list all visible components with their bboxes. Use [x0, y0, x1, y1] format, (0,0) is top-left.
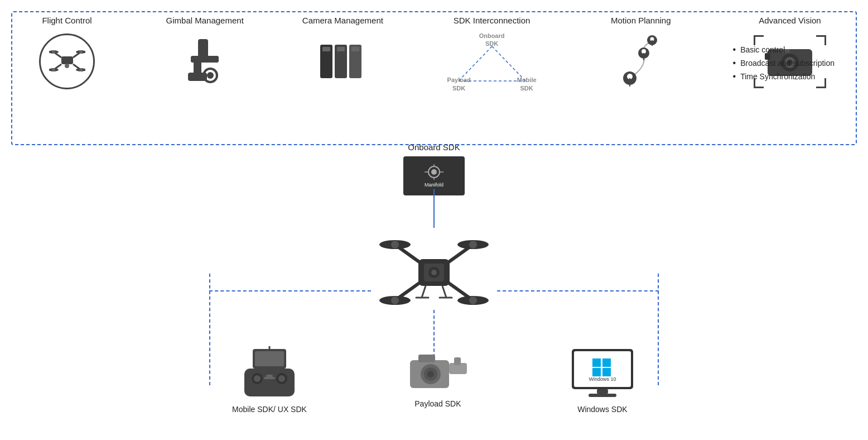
- bracket-tl: [754, 35, 764, 45]
- advanced-vision-label: Advanced Vision: [759, 16, 821, 25]
- svg-point-58: [469, 296, 477, 304]
- svg-rect-74: [264, 377, 275, 379]
- svg-rect-87: [602, 358, 611, 367]
- sdk-payload-label: PayloadSDK: [447, 76, 471, 92]
- svg-point-80: [427, 371, 434, 377]
- h-dashed-left: [209, 290, 371, 291]
- svg-point-42: [431, 169, 437, 175]
- svg-point-62: [431, 270, 437, 275]
- svg-text:Windows 10: Windows 10: [589, 376, 616, 382]
- svg-line-63: [422, 286, 426, 298]
- main-drone: [378, 221, 490, 324]
- drone-svg: [49, 46, 85, 77]
- svg-rect-92: [589, 394, 616, 397]
- windows-sdk-group: Windows 10 Windows SDK: [569, 346, 636, 414]
- svg-rect-91: [597, 389, 608, 394]
- flight-control-label: Flight Control: [42, 16, 91, 25]
- manifold-icon: [425, 164, 444, 180]
- camera-icon-area: [315, 31, 370, 92]
- svg-rect-23: [322, 47, 330, 51]
- onboard-sdk-label: Onboard SDK: [408, 142, 460, 152]
- sdk-mobile-label: MobileSDK: [517, 76, 537, 92]
- svg-point-56: [391, 296, 399, 304]
- h-dashed-right: [497, 290, 659, 291]
- payload-sdk-group: Payload SDK: [407, 346, 469, 408]
- camera-mgmt-svg: [315, 39, 370, 84]
- sdk-triangle-area: OnboardSDK PayloadSDK MobileSDK: [447, 31, 537, 92]
- bullet-time-sync: Time Synchronization: [733, 71, 835, 82]
- svg-point-10: [79, 50, 83, 54]
- main-container: Flight Control: [0, 0, 868, 440]
- svg-point-9: [52, 50, 55, 54]
- flight-control-group: Flight Control: [22, 16, 112, 92]
- sdk-interconnection-group: SDK Interconnection OnboardSDK PayloadSD…: [436, 16, 548, 92]
- svg-rect-14: [198, 39, 208, 59]
- motion-planning-icon-area: [613, 31, 669, 92]
- svg-point-54: [469, 241, 477, 248]
- bottom-icons-row: Mobile SDK/ UX SDK Payload SDK: [0, 346, 868, 414]
- sdk-top-label: OnboardSDK: [479, 32, 505, 48]
- gimbal-management-label: Gimbal Management: [166, 16, 244, 25]
- bullet-broadcast: Broadcast and subscription: [733, 58, 835, 68]
- svg-rect-83: [454, 357, 461, 365]
- flight-control-icon-area: [39, 31, 95, 92]
- svg-point-13: [65, 64, 69, 68]
- payload-sdk-label: Payload SDK: [414, 399, 461, 408]
- sdk-triangle: OnboardSDK PayloadSDK MobileSDK: [447, 31, 537, 92]
- feature-list: Basic control Broadcast and subscription…: [733, 45, 835, 85]
- bullet-basic-control: Basic control: [733, 45, 835, 55]
- svg-line-64: [442, 286, 446, 298]
- camera-management-label: Camera Management: [302, 16, 383, 25]
- svg-rect-24: [337, 47, 345, 51]
- manifold-label: Manifold: [425, 182, 443, 188]
- flight-control-icon: [39, 34, 95, 89]
- svg-point-52: [391, 241, 399, 248]
- camera-management-group: Camera Management: [298, 16, 387, 92]
- gimbal-icon-area: [177, 31, 233, 92]
- mobile-sdk-group: Mobile SDK/ UX SDK: [232, 346, 307, 414]
- main-drone-svg: [378, 222, 490, 323]
- windows-sdk-svg: Windows 10: [569, 346, 636, 399]
- sdk-interconnection-label: SDK Interconnection: [454, 16, 531, 25]
- svg-rect-89: [602, 368, 611, 376]
- svg-point-32: [642, 49, 646, 54]
- svg-point-11: [52, 68, 55, 71]
- svg-rect-25: [351, 47, 359, 51]
- motion-planning-label: Motion Planning: [611, 16, 671, 25]
- svg-rect-68: [255, 351, 284, 366]
- svg-point-19: [207, 72, 214, 79]
- svg-rect-69: [244, 369, 295, 396]
- svg-rect-0: [61, 56, 73, 64]
- remote-controller-svg: [242, 346, 297, 399]
- svg-point-12: [79, 68, 83, 71]
- svg-rect-75: [266, 375, 273, 377]
- svg-rect-88: [592, 368, 601, 376]
- onboard-sdk-section: Onboard SDK Manifold: [403, 142, 465, 195]
- motion-planning-svg: [613, 34, 669, 89]
- svg-rect-81: [418, 355, 435, 362]
- motion-planning-group: Motion Planning: [596, 16, 686, 92]
- gimbal-svg: [177, 36, 233, 87]
- svg-point-71: [254, 375, 261, 382]
- svg-rect-86: [592, 358, 601, 367]
- bracket-tr: [816, 35, 826, 45]
- payload-sdk-svg: [407, 346, 469, 394]
- mobile-sdk-label: Mobile SDK/ UX SDK: [232, 405, 307, 414]
- windows-sdk-label: Windows SDK: [577, 405, 627, 414]
- svg-point-73: [278, 375, 285, 382]
- gimbal-management-group: Gimbal Management: [160, 16, 249, 92]
